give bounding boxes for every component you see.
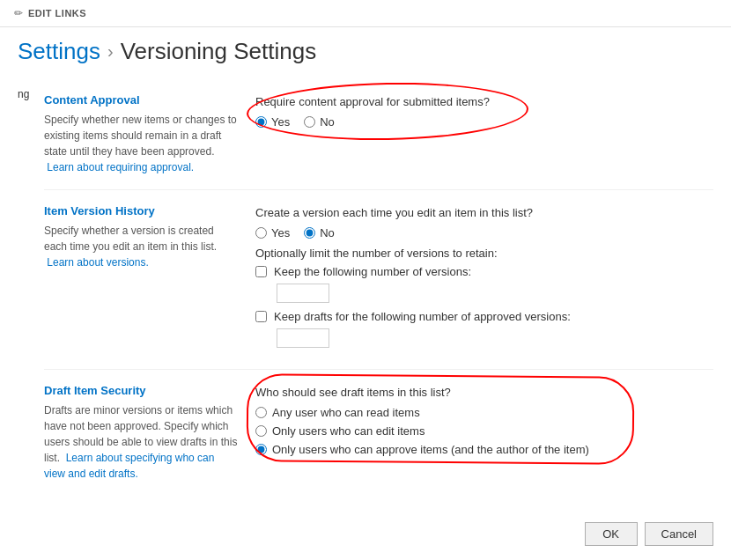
settings-breadcrumb-link[interactable]: Settings [18, 38, 100, 65]
item-version-question: Create a version each time you edit an i… [255, 206, 713, 219]
item-version-yes-option[interactable]: Yes [255, 226, 290, 239]
item-version-label: Item Version History Specify whether a v… [44, 204, 238, 355]
draft-security-content: Who should see draft items in this list?… [255, 384, 713, 482]
keep-drafts-input[interactable] [277, 328, 329, 348]
page-title-area: Settings › Versioning Settings [0, 27, 731, 79]
content-approval-description: Specify whether new items or changes to … [44, 112, 238, 175]
item-version-yes-label[interactable]: Yes [271, 226, 290, 239]
keep-drafts-checkbox[interactable] [255, 311, 267, 322]
draft-security-learn-link[interactable]: Learn about specifying who can view and … [44, 452, 214, 480]
top-bar: ✏ EDIT LINKS [0, 0, 731, 27]
item-version-content: Create a version each time you edit an i… [255, 204, 713, 355]
content-approval-no-label[interactable]: No [320, 115, 335, 129]
draft-security-read-radio[interactable] [255, 407, 267, 418]
content-approval-radio-group: Yes No [255, 115, 713, 129]
draft-security-radio-stack: Any user who can read items Only users w… [255, 406, 713, 456]
edit-links-label[interactable]: EDIT LINKS [28, 8, 86, 18]
draft-security-read-option[interactable]: Any user who can read items [255, 406, 713, 419]
breadcrumb-arrow: › [107, 41, 114, 62]
draft-security-question: Who should see draft items in this list? [255, 386, 713, 399]
draft-security-approve-option[interactable]: Only users who can approve items (and th… [255, 443, 713, 456]
content-approval-yes-radio[interactable] [255, 116, 267, 128]
cancel-button[interactable]: Cancel [645, 522, 713, 546]
item-version-yes-radio[interactable] [255, 227, 267, 239]
settings-table: Content Approval Specify whether new ite… [35, 79, 713, 496]
content-approval-row: Content Approval Specify whether new ite… [44, 79, 713, 190]
draft-security-edit-option[interactable]: Only users who can edit items [255, 424, 713, 438]
keep-versions-label[interactable]: Keep the following number of versions: [274, 265, 471, 278]
draft-security-description: Drafts are minor versions or items which… [44, 402, 238, 482]
draft-security-approve-radio[interactable] [255, 444, 267, 455]
item-version-no-label[interactable]: No [320, 226, 335, 239]
draft-security-heading: Draft Item Security [44, 384, 238, 397]
item-version-history-row: Item Version History Specify whether a v… [44, 190, 713, 370]
optional-limit-text: Optionally limit the number of versions … [255, 247, 713, 260]
pencil-icon: ✏ [14, 7, 23, 19]
left-nav-text: ng [18, 88, 29, 100]
keep-drafts-label[interactable]: Keep drafts for the following number of … [274, 310, 571, 323]
item-version-no-option[interactable]: No [304, 226, 335, 239]
content-area: ng Content Approval Specify whether new … [0, 79, 731, 496]
left-nav: ng [18, 79, 35, 496]
item-version-radio-group: Yes No [255, 226, 713, 239]
draft-item-security-row: Draft Item Security Drafts are minor ver… [44, 370, 713, 496]
draft-security-edit-radio[interactable] [255, 425, 267, 437]
content-approval-content: Require content approval for submitted i… [255, 93, 713, 175]
content-approval-yes-label[interactable]: Yes [271, 115, 290, 129]
page-title: Versioning Settings [121, 38, 317, 65]
content-approval-learn-link[interactable]: Learn about requiring approval. [47, 161, 194, 173]
keep-versions-checkbox[interactable] [255, 266, 267, 277]
item-version-description: Specify whether a version is created eac… [44, 223, 238, 270]
keep-versions-checkbox-option[interactable]: Keep the following number of versions: [255, 265, 713, 278]
red-oval-annotation-1 [246, 80, 528, 143]
content-approval-no-radio[interactable] [304, 116, 315, 128]
item-version-no-radio[interactable] [304, 227, 315, 239]
item-version-learn-link[interactable]: Learn about versions. [47, 256, 148, 269]
keep-versions-input[interactable] [277, 284, 329, 303]
item-version-heading: Item Version History [44, 204, 238, 217]
content-approval-label: Content Approval Specify whether new ite… [44, 93, 238, 175]
content-approval-yes-option[interactable]: Yes [255, 115, 290, 129]
draft-security-approve-label[interactable]: Only users who can approve items (and th… [272, 443, 589, 456]
draft-security-edit-label[interactable]: Only users who can edit items [272, 424, 425, 438]
footer-buttons: OK Cancel [0, 505, 731, 560]
draft-security-read-label[interactable]: Any user who can read items [272, 406, 420, 419]
content-approval-question: Require content approval for submitted i… [255, 95, 713, 108]
keep-drafts-checkbox-option[interactable]: Keep drafts for the following number of … [255, 310, 713, 323]
content-approval-heading: Content Approval [44, 93, 238, 107]
draft-security-label: Draft Item Security Drafts are minor ver… [44, 384, 238, 482]
ok-button[interactable]: OK [585, 522, 638, 546]
content-approval-no-option[interactable]: No [304, 115, 335, 129]
